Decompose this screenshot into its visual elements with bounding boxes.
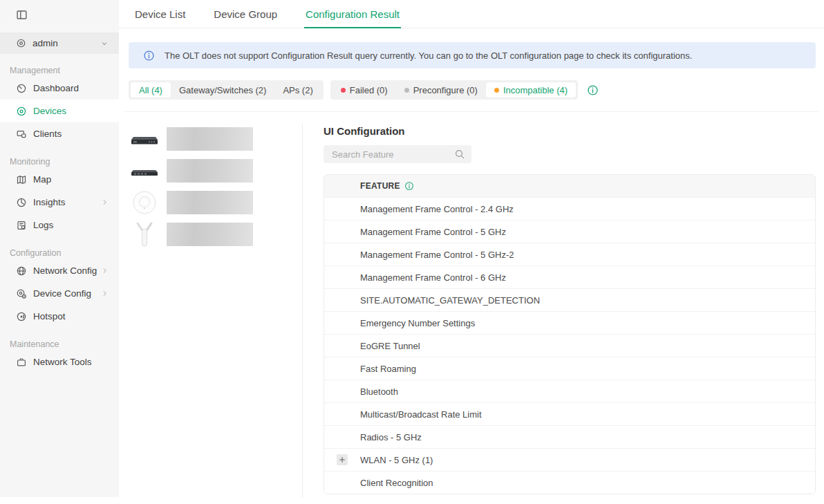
feature-label: Management Frame Control - 2.4 GHz: [360, 204, 514, 214]
filter-label: Gateway/Switches (2): [179, 85, 266, 95]
feature-row-multicast-broadcast-rate-limit[interactable]: Multicast/Broadcast Rate Limit: [324, 402, 815, 425]
device-type-filter-group: All (4) Gateway/Switches (2) APs (2): [129, 80, 324, 100]
device-config-icon: [16, 288, 27, 299]
section-items: Dashboard Devices Clients: [0, 77, 119, 145]
sidebar-item-label: Dashboard: [33, 83, 109, 93]
feature-row-site-automatic-gateway-detection[interactable]: SITE.AUTOMATIC_GATEWAY_DETECTION: [324, 288, 815, 311]
filter-aps-2[interactable]: APs (2): [274, 82, 321, 97]
sidebar-item-network-tools[interactable]: Network Tools: [0, 351, 119, 373]
status-filter-group: Failed (0) Preconfigure (0) Incompatible…: [330, 80, 578, 100]
sidebar-item-network-config[interactable]: Network Config: [0, 259, 119, 282]
section-items: Network Config Device Config Hotspot: [0, 259, 119, 328]
switch-device-icon: [129, 157, 160, 185]
sidebar-collapse-icon[interactable]: [16, 9, 28, 21]
clients-icon: [16, 129, 27, 140]
sidebar-item-map[interactable]: Map: [0, 168, 119, 191]
feature-row-management-frame-control-5-ghz[interactable]: Management Frame Control - 5 GHz: [324, 220, 815, 243]
feature-label: Radios - 5 GHz: [360, 432, 422, 442]
section-label: Management: [10, 66, 119, 77]
search-icon[interactable]: [454, 149, 465, 160]
feature-row-radios-5-ghz[interactable]: Radios - 5 GHz: [324, 425, 815, 448]
feature-row-emergency-number-settings[interactable]: Emergency Number Settings: [324, 311, 815, 334]
filter-bar: All (4) Gateway/Switches (2) APs (2) Fai…: [129, 80, 824, 100]
sidebar-item-label: Hotspot: [33, 311, 109, 321]
panel-divider: [302, 123, 303, 498]
outdoor-ap-device-icon: [129, 221, 160, 248]
sidebar-item-dashboard[interactable]: Dashboard: [0, 77, 119, 100]
sidebar-item-label: Devices: [33, 106, 109, 116]
feature-row-fast-roaming[interactable]: Fast Roaming: [324, 357, 815, 380]
device-list-item[interactable]: [129, 223, 301, 246]
device-name-redacted: [167, 191, 253, 214]
sidebar-item-insights[interactable]: Insights: [0, 191, 119, 214]
sidebar-section-maintenance: Maintenance Network Tools: [0, 339, 119, 373]
feature-label: Bluetooth: [360, 386, 398, 397]
filter-preconfigure-0[interactable]: Preconfigure (0): [396, 82, 486, 97]
expand-button[interactable]: [337, 454, 348, 465]
feature-label: Emergency Number Settings: [360, 318, 475, 328]
device-name-redacted: [167, 223, 253, 246]
feature-label: WLAN - 5 GHz (1): [360, 455, 433, 465]
hotspot-icon: [16, 311, 27, 322]
section-divider: [124, 111, 818, 112]
filter-label: All (4): [139, 85, 162, 95]
ceiling-ap-device-icon: [129, 189, 160, 216]
tab-label: Configuration Result: [306, 8, 400, 20]
device-list-panel: [129, 127, 301, 254]
sidebar-item-devices[interactable]: Devices: [0, 100, 119, 122]
tab-device-group[interactable]: Device Group: [212, 0, 279, 28]
main-content: Device List Device Group Configuration R…: [119, 0, 824, 504]
site-name: admin: [32, 38, 100, 48]
chevron-down-icon: [100, 39, 109, 48]
status-dot: [404, 88, 409, 93]
section-items: Map Insights Logs: [0, 168, 119, 236]
insights-icon: [16, 197, 27, 208]
site-selector[interactable]: admin: [0, 32, 119, 54]
sidebar: admin Management Dashboard Devices Clien…: [0, 0, 119, 497]
sidebar-item-logs[interactable]: Logs: [0, 214, 119, 236]
sidebar-item-label: Clients: [33, 129, 109, 139]
tab-configuration-result[interactable]: Configuration Result: [304, 0, 401, 28]
devices-icon: [16, 106, 27, 117]
filter-failed-0[interactable]: Failed (0): [333, 82, 396, 97]
chevron-right-icon: [100, 198, 109, 207]
filter-incompatible-4[interactable]: Incompatible (4): [486, 82, 576, 97]
filter-gateway-switches-2[interactable]: Gateway/Switches (2): [171, 82, 274, 97]
dashboard-icon: [16, 83, 27, 94]
device-name-redacted: [167, 159, 253, 183]
tab-label: Device Group: [214, 8, 277, 20]
feature-search-input[interactable]: [324, 145, 471, 163]
logs-icon: [16, 220, 27, 231]
sidebar-item-label: Network Config: [33, 265, 100, 276]
sidebar-item-label: Map: [33, 174, 109, 185]
filter-info-icon[interactable]: [587, 84, 599, 96]
device-list-item[interactable]: [129, 127, 301, 151]
feature-row-wlan-5-ghz-1[interactable]: WLAN - 5 GHz (1): [324, 448, 815, 471]
sidebar-item-clients[interactable]: Clients: [0, 122, 119, 145]
filter-all-4[interactable]: All (4): [131, 82, 171, 97]
feature-label: EoGRE Tunnel: [360, 341, 420, 351]
feature-row-client-recognition[interactable]: Client Recognition: [324, 471, 815, 494]
feature-row-management-frame-control-6-ghz[interactable]: Management Frame Control - 6 GHz: [324, 265, 815, 288]
filter-label: Failed (0): [350, 85, 388, 95]
feature-label: Client Recognition: [360, 478, 433, 488]
feature-info-icon[interactable]: [404, 181, 414, 191]
device-list-item[interactable]: [129, 191, 301, 214]
info-banner: The OLT does not support Configuration R…: [129, 42, 816, 68]
tab-device-list[interactable]: Device List: [133, 0, 187, 28]
panel-title: UI Configuration: [324, 125, 816, 137]
feature-row-eogre-tunnel[interactable]: EoGRE Tunnel: [324, 334, 815, 357]
sidebar-section-management: Management Dashboard Devices Clients: [0, 66, 119, 145]
feature-row-bluetooth[interactable]: Bluetooth: [324, 380, 815, 402]
sidebar-item-hotspot[interactable]: Hotspot: [0, 305, 119, 328]
device-list-item[interactable]: [129, 159, 301, 183]
feature-row-management-frame-control-2-4-ghz[interactable]: Management Frame Control - 2.4 GHz: [324, 197, 815, 220]
sidebar-item-device-config[interactable]: Device Config: [0, 282, 119, 305]
feature-row-management-frame-control-5-ghz-2[interactable]: Management Frame Control - 5 GHz-2: [324, 243, 815, 265]
filter-label: Preconfigure (0): [413, 85, 478, 95]
sidebar-section-monitoring: Monitoring Map Insights Logs: [0, 157, 119, 236]
chevron-right-icon: [100, 266, 109, 275]
section-label: Configuration: [10, 248, 119, 259]
tabbar: Device List Device Group Configuration R…: [119, 0, 824, 28]
feature-label: Fast Roaming: [360, 364, 416, 374]
